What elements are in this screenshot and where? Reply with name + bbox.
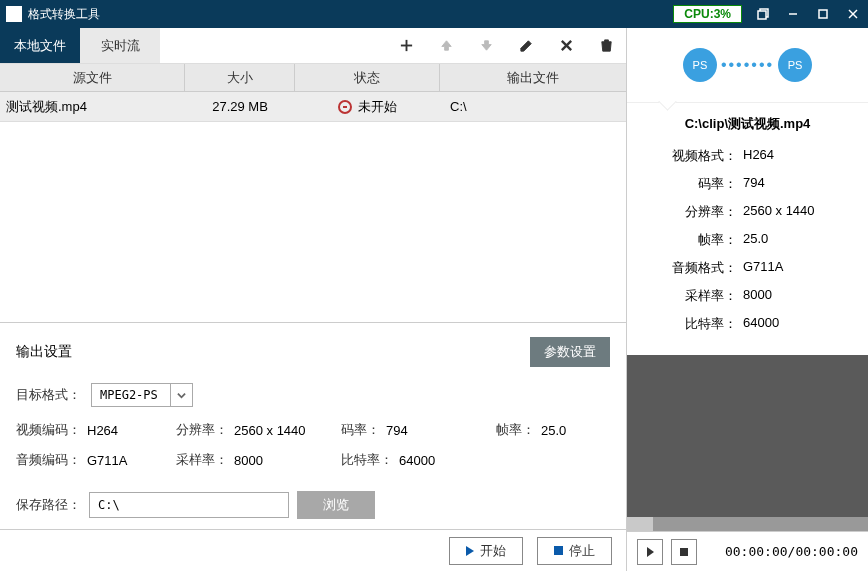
- restore-button[interactable]: [748, 0, 778, 28]
- player-bar: 00:00:00/00:00:00: [627, 531, 868, 571]
- param-settings-button[interactable]: 参数设置: [530, 337, 610, 367]
- prop-abitrate-value: 64000: [743, 315, 779, 333]
- table-header: 源文件 大小 状态 输出文件: [0, 64, 626, 92]
- conversion-flow: PS ••••••• PS: [627, 28, 868, 103]
- action-bar: 开始 停止: [0, 529, 626, 571]
- play-icon: [466, 546, 474, 556]
- prop-resolution-label: 分辨率：: [637, 203, 737, 221]
- cell-size: 27.29 MB: [185, 99, 295, 114]
- prop-bitrate-value: 794: [743, 175, 765, 193]
- tab-realtime-stream[interactable]: 实时流: [80, 28, 160, 63]
- target-format-input[interactable]: [91, 383, 171, 407]
- vcodec-value: H264: [87, 423, 118, 438]
- close-button[interactable]: [838, 0, 868, 28]
- acodec-value: G711A: [87, 453, 127, 468]
- status-notstarted-icon: [338, 100, 352, 114]
- prop-samplerate-label: 采样率：: [637, 287, 737, 305]
- video-preview: [627, 355, 868, 531]
- samplerate-value: 8000: [234, 453, 263, 468]
- fps-label: 帧率：: [496, 421, 535, 439]
- cpu-badge: CPU:3%: [673, 5, 742, 23]
- file-list: 测试视频.mp4 27.29 MB 未开始 C:\: [0, 92, 626, 322]
- flow-node-target: PS: [778, 48, 812, 82]
- start-button[interactable]: 开始: [449, 537, 523, 565]
- status-text: 未开始: [358, 98, 397, 116]
- scrollbar-thumb[interactable]: [627, 517, 653, 531]
- time-display: 00:00:00/00:00:00: [705, 544, 858, 559]
- play-button[interactable]: [637, 539, 663, 565]
- play-icon: [647, 547, 654, 557]
- save-path-input[interactable]: [89, 492, 289, 518]
- preview-scrollbar[interactable]: [627, 517, 868, 531]
- titlebar: 格式转换工具 CPU:3%: [0, 0, 868, 28]
- target-format-select[interactable]: [91, 383, 193, 407]
- maximize-button[interactable]: [808, 0, 838, 28]
- prop-bitrate-label: 码率：: [637, 175, 737, 193]
- col-source: 源文件: [0, 64, 185, 91]
- prop-vformat-label: 视频格式：: [637, 147, 737, 165]
- prop-aformat-value: G711A: [743, 259, 783, 277]
- stop-icon: [554, 546, 563, 555]
- move-up-button[interactable]: [426, 28, 466, 63]
- svg-rect-0: [758, 11, 766, 19]
- prop-resolution-value: 2560 x 1440: [743, 203, 815, 221]
- remove-button[interactable]: [546, 28, 586, 63]
- resolution-value: 2560 x 1440: [234, 423, 306, 438]
- app-title: 格式转换工具: [28, 6, 100, 23]
- fps-value: 25.0: [541, 423, 566, 438]
- bitrate-label: 码率：: [341, 421, 380, 439]
- stop-button[interactable]: 停止: [537, 537, 612, 565]
- resolution-label: 分辨率：: [176, 421, 228, 439]
- flow-dots-icon: •••••••: [721, 56, 774, 74]
- tab-bar: 本地文件 实时流: [0, 28, 626, 64]
- abitrate-label: 比特率：: [341, 451, 393, 469]
- app-logo-icon: [6, 6, 22, 22]
- abitrate-value: 64000: [399, 453, 435, 468]
- delete-button[interactable]: [586, 28, 626, 63]
- col-status: 状态: [295, 64, 440, 91]
- bitrate-value: 794: [386, 423, 408, 438]
- minimize-button[interactable]: [778, 0, 808, 28]
- prop-aformat-label: 音频格式：: [637, 259, 737, 277]
- cell-source: 测试视频.mp4: [0, 98, 185, 116]
- file-path: C:\clip\测试视频.mp4: [637, 115, 858, 133]
- target-format-label: 目标格式：: [16, 386, 81, 404]
- col-size: 大小: [185, 64, 295, 91]
- prop-vformat-value: H264: [743, 147, 774, 165]
- player-stop-button[interactable]: [671, 539, 697, 565]
- flow-node-source: PS: [683, 48, 717, 82]
- browse-button[interactable]: 浏览: [297, 491, 375, 519]
- samplerate-label: 采样率：: [176, 451, 228, 469]
- table-row[interactable]: 测试视频.mp4 27.29 MB 未开始 C:\: [0, 92, 626, 122]
- stop-icon: [680, 548, 688, 556]
- add-button[interactable]: [386, 28, 426, 63]
- prop-fps-value: 25.0: [743, 231, 768, 249]
- svg-rect-2: [819, 10, 827, 18]
- tab-local-file[interactable]: 本地文件: [0, 28, 80, 63]
- vcodec-label: 视频编码：: [16, 421, 81, 439]
- cell-output: C:\: [440, 99, 626, 114]
- prop-samplerate-value: 8000: [743, 287, 772, 305]
- col-output: 输出文件: [440, 64, 626, 91]
- file-properties: C:\clip\测试视频.mp4 视频格式：H264 码率：794 分辨率：25…: [627, 103, 868, 355]
- cell-status: 未开始: [295, 98, 440, 116]
- save-path-label: 保存路径：: [16, 496, 81, 514]
- settings-title: 输出设置: [16, 343, 72, 361]
- chevron-down-icon[interactable]: [171, 383, 193, 407]
- acodec-label: 音频编码：: [16, 451, 81, 469]
- prop-abitrate-label: 比特率：: [637, 315, 737, 333]
- prop-fps-label: 帧率：: [637, 231, 737, 249]
- move-down-button[interactable]: [466, 28, 506, 63]
- output-settings: 输出设置 参数设置 目标格式： 视频编码：H264 分辨率：2560 x 144…: [0, 322, 626, 529]
- edit-button[interactable]: [506, 28, 546, 63]
